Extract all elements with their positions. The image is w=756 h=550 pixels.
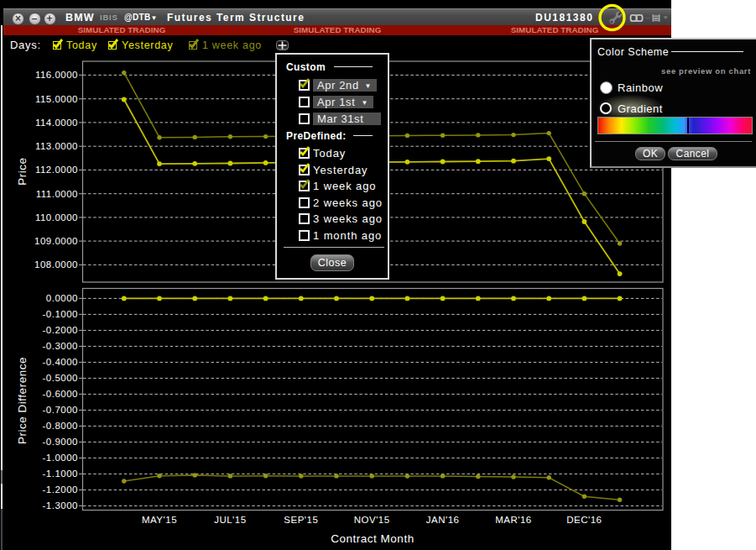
- svg-text:NOV'15: NOV'15: [354, 515, 390, 525]
- svg-text:Price: Price: [16, 157, 29, 185]
- svg-text:110.0000: 110.0000: [35, 212, 78, 223]
- svg-text:-0.2000: -0.2000: [42, 325, 78, 335]
- svg-text:MAY'15: MAY'15: [142, 515, 177, 525]
- svg-text:-1.0000: -1.0000: [42, 453, 78, 463]
- svg-text:JAN'16: JAN'16: [426, 515, 460, 525]
- svg-text:SEP'15: SEP'15: [284, 515, 318, 525]
- svg-text:112.0000: 112.0000: [35, 165, 78, 175]
- svg-text:-1.1000: -1.1000: [42, 469, 78, 479]
- svg-text:JUL'15: JUL'15: [214, 515, 246, 525]
- svg-text:-0.6000: -0.6000: [42, 389, 78, 399]
- svg-text:-1.2000: -1.2000: [42, 485, 78, 495]
- svg-text:114.0000: 114.0000: [35, 118, 78, 128]
- svg-text:-0.5000: -0.5000: [42, 373, 78, 383]
- svg-text:-0.8000: -0.8000: [42, 421, 78, 431]
- svg-text:-0.3000: -0.3000: [42, 341, 78, 351]
- svg-text:MAR'16: MAR'16: [495, 515, 532, 525]
- svg-text:109.0000: 109.0000: [34, 236, 78, 246]
- svg-text:113.0000: 113.0000: [35, 141, 78, 151]
- svg-text:116.0000: 116.0000: [35, 70, 78, 80]
- svg-text:111.0000: 111.0000: [36, 189, 78, 199]
- svg-text:-1.3000: -1.3000: [42, 500, 78, 511]
- svg-text:115.0000: 115.0000: [35, 94, 78, 104]
- svg-text:0.0000: 0.0000: [46, 293, 78, 303]
- svg-text:108.0000: 108.0000: [34, 259, 78, 270]
- svg-text:-0.7000: -0.7000: [42, 405, 78, 415]
- svg-text:-0.9000: -0.9000: [42, 437, 78, 447]
- svg-text:DEC'16: DEC'16: [566, 515, 602, 525]
- svg-text:Contract Month: Contract Month: [331, 532, 414, 545]
- svg-text:-0.1000: -0.1000: [42, 309, 78, 319]
- svg-text:-0.4000: -0.4000: [42, 357, 78, 367]
- svg-text:Price Difference: Price Difference: [16, 357, 29, 444]
